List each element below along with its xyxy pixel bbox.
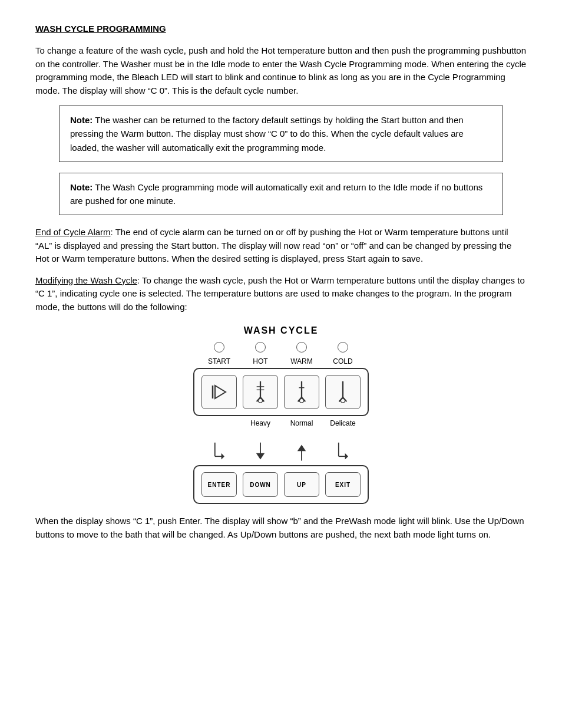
label-hot: HOT	[243, 357, 278, 365]
note2-text: The Wash Cycle programming mode will aut…	[70, 182, 482, 206]
svg-point-11	[299, 398, 303, 403]
section1-title: End of Cycle Alarm	[35, 227, 111, 237]
exit-button[interactable]: EXIT	[325, 472, 361, 497]
start-button[interactable]	[201, 375, 237, 409]
page-heading: WASH CYCLE PROGRAMMING	[35, 24, 527, 34]
control-button-panel: ENTER DOWN UP EXIT	[193, 465, 369, 504]
svg-marker-26	[345, 453, 348, 460]
svg-marker-0	[215, 386, 226, 398]
section2-title: Modifying the Wash Cycle	[35, 275, 137, 285]
svg-marker-23	[297, 445, 306, 452]
led-cold	[338, 342, 348, 353]
label-cold-bottom: Delicate	[325, 419, 361, 427]
cold-button[interactable]	[325, 375, 361, 409]
led-warm	[296, 342, 307, 353]
cold-icon	[333, 380, 353, 404]
label-warm-bottom: Normal	[284, 419, 319, 427]
arrow-enter-icon	[209, 442, 230, 463]
led-start	[214, 342, 224, 353]
warm-button[interactable]	[284, 375, 319, 409]
svg-point-16	[340, 398, 345, 403]
start-icon	[209, 382, 229, 402]
label-start: START	[201, 357, 237, 365]
section2-paragraph: Modifying the Wash Cycle: To change the …	[35, 274, 527, 314]
diagram-title: WASH CYCLE	[244, 325, 319, 336]
arrow-up-icon	[291, 442, 312, 463]
label-start-bottom	[201, 419, 237, 427]
label-hot-bottom: Heavy	[243, 419, 278, 427]
hot-button[interactable]	[243, 375, 278, 409]
section1-paragraph: End of Cycle Alarm: The end of cycle ala…	[35, 226, 527, 266]
arrow-down-icon	[250, 442, 271, 463]
svg-marker-19	[222, 453, 224, 460]
svg-point-5	[258, 398, 262, 403]
wash-button-panel	[193, 368, 369, 416]
label-warm: WARM	[284, 357, 319, 365]
note-box-2: Note: The Wash Cycle programming mode wi…	[59, 173, 503, 216]
led-hot	[255, 342, 266, 353]
wash-cycle-diagram: WASH CYCLE START H	[35, 325, 527, 504]
up-button[interactable]: UP	[284, 472, 319, 497]
note1-text: The washer can be returned to the factor…	[70, 115, 464, 153]
enter-button[interactable]: ENTER	[201, 472, 237, 497]
label-cold: COLD	[325, 357, 361, 365]
note2-label: Note:	[70, 182, 92, 192]
hot-icon	[250, 380, 270, 404]
intro-paragraph: To change a feature of the wash cycle, p…	[35, 44, 527, 97]
down-button[interactable]: DOWN	[243, 472, 278, 497]
note-box-1: Note: The washer can be returned to the …	[59, 106, 503, 162]
warm-icon	[292, 380, 312, 404]
arrow-exit-icon	[332, 442, 353, 463]
svg-marker-21	[256, 453, 265, 460]
note1-label: Note:	[70, 115, 92, 125]
outro-paragraph: When the display shows “C 1”, push Enter…	[35, 515, 527, 541]
